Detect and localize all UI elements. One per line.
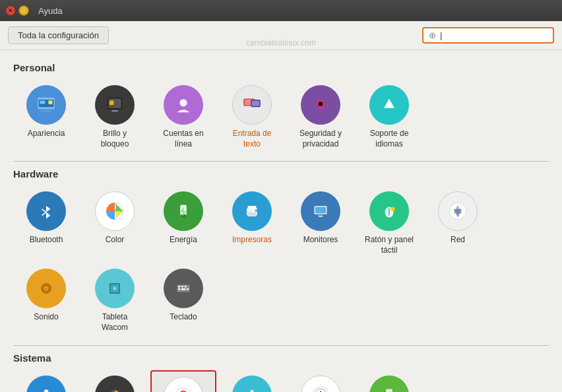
icon-circle-impresoras: [232, 191, 272, 231]
svg-point-49: [46, 288, 47, 289]
icon-item-cuentas-usuario[interactable]: Cuentas deusuario: [150, 370, 216, 392]
icon-circle-fecha: [301, 376, 340, 392]
titlebar: ✕ Ayuda: [0, 0, 562, 21]
icon-item-sonido[interactable]: Sonido: [13, 263, 79, 338]
icon-item-copias[interactable]: Copias deseguridad: [82, 370, 148, 392]
icon-item-color[interactable]: Color: [82, 186, 148, 261]
section-title-personal: Personal: [13, 62, 549, 73]
svg-point-33: [255, 210, 257, 212]
svg-point-53: [113, 287, 117, 290]
svg-point-4: [48, 100, 52, 104]
icon-label-tableta: TabletaWacom: [102, 312, 128, 333]
icon-circle-raton: [369, 191, 409, 231]
icon-circle-software: [369, 376, 409, 392]
icon-label-apariencia: Apariencia: [28, 129, 65, 139]
svg-rect-8: [111, 110, 118, 112]
icon-label-energia: Energía: [170, 235, 197, 245]
search-icon: ⊕: [429, 30, 436, 40]
content-area: PersonalAparienciaBrillo ybloqueoCuentas…: [0, 50, 562, 392]
icon-item-software[interactable]: Software yactualizacione: [356, 370, 422, 392]
icon-item-bluetooth[interactable]: Bluetooth: [13, 186, 79, 261]
icon-circle-brillo: [95, 85, 135, 125]
icon-label-color: Color: [106, 235, 125, 245]
icon-label-impresoras: Impresoras: [232, 235, 272, 245]
svg-rect-57: [181, 286, 183, 287]
icon-circle-cuentas-usuario: [164, 377, 203, 392]
icon-label-seguridad: Seguridad yprivacidad: [299, 129, 342, 149]
icon-label-monitores: Monitores: [303, 235, 338, 245]
icon-item-acceso[interactable]: Accesouniversal: [13, 370, 79, 392]
section-divider: [13, 345, 549, 346]
svg-rect-31: [248, 212, 257, 216]
icon-label-teclado: Teclado: [170, 312, 197, 323]
minimize-button[interactable]: [18, 5, 29, 16]
svg-rect-37: [319, 216, 323, 217]
icon-item-detalles[interactable]: Detalles: [219, 370, 285, 392]
icon-grid-personal: AparienciaBrillo ybloqueoCuentas enlínea…: [13, 80, 549, 154]
icon-circle-entrada: [232, 85, 272, 125]
icon-circle-color: [95, 191, 135, 231]
icon-label-sonido: Sonido: [34, 312, 58, 323]
svg-point-17: [319, 102, 323, 106]
icon-label-red: Red: [451, 235, 465, 245]
icon-item-soporte[interactable]: Soporte deidiomas: [356, 80, 422, 154]
icon-label-bluetooth: Bluetooth: [30, 235, 63, 245]
icon-circle-cuentas-linea: [164, 85, 203, 125]
section-title-hardware: Hardware: [13, 168, 549, 180]
svg-rect-59: [178, 288, 180, 290]
svg-rect-1: [41, 110, 51, 112]
svg-rect-56: [178, 286, 180, 287]
icon-circle-detalles: [232, 376, 272, 392]
icon-circle-apariencia: [26, 85, 66, 125]
svg-rect-14: [252, 101, 259, 106]
icon-item-cuentas-linea[interactable]: Cuentas enlínea: [150, 80, 216, 154]
svg-rect-32: [248, 206, 257, 209]
icon-label-entrada: Entrada detexto: [233, 129, 272, 149]
search-box: ⊕: [422, 27, 554, 44]
icon-item-raton[interactable]: Ratón y paneltáctil: [356, 186, 422, 261]
icon-circle-seguridad: [301, 85, 340, 125]
icon-item-energia[interactable]: Energía: [150, 186, 216, 261]
search-input[interactable]: [440, 30, 547, 40]
svg-rect-61: [187, 288, 189, 290]
icon-circle-copias: [95, 376, 135, 392]
icon-circle-acceso: [26, 376, 66, 392]
svg-rect-7: [109, 101, 113, 105]
icon-grid-hardware: BluetoothColorEnergíaImpresorasMonitores…: [13, 186, 549, 338]
icon-item-apariencia[interactable]: Apariencia: [13, 80, 79, 154]
svg-rect-87: [386, 389, 392, 392]
icon-item-tableta[interactable]: TabletaWacom: [82, 263, 148, 338]
icon-item-entrada[interactable]: Entrada detexto: [219, 80, 285, 154]
icon-label-brillo: Brillo ybloqueo: [101, 129, 129, 149]
svg-point-10: [179, 99, 187, 106]
icon-item-teclado[interactable]: Teclado: [150, 263, 216, 338]
section-divider: [13, 161, 549, 162]
icon-circle-tableta: [95, 269, 135, 308]
icon-circle-sonido: [26, 269, 66, 308]
icon-label-soporte: Soporte deidiomas: [370, 129, 409, 149]
titlebar-buttons: ✕: [5, 5, 29, 16]
svg-rect-58: [185, 286, 187, 287]
icon-item-red[interactable]: Red: [425, 186, 491, 261]
icon-item-seguridad[interactable]: Seguridad yprivacidad: [288, 80, 354, 154]
close-button[interactable]: ✕: [5, 5, 16, 16]
section-title-sistema: Sistema: [13, 352, 549, 364]
icon-circle-teclado: [164, 269, 203, 308]
icon-item-impresoras[interactable]: Impresoras: [219, 186, 285, 261]
icon-circle-monitores: [301, 191, 340, 231]
icon-label-cuentas-linea: Cuentas enlínea: [163, 129, 203, 149]
icon-circle-bluetooth: [26, 191, 66, 231]
toolbar: Toda la configuración ⊕: [0, 21, 562, 50]
icon-circle-soporte: [369, 85, 409, 125]
icon-grid-sistema: AccesouniversalCopias deseguridadCuentas…: [13, 370, 549, 392]
all-config-button[interactable]: Toda la configuración: [8, 26, 109, 44]
icon-label-raton: Ratón y paneltáctil: [365, 235, 414, 255]
icon-circle-energia: [164, 191, 203, 231]
icon-circle-red: [438, 191, 478, 231]
icon-item-monitores[interactable]: Monitores: [288, 186, 354, 261]
icon-item-brillo[interactable]: Brillo ybloqueo: [82, 80, 148, 154]
svg-rect-60: [181, 288, 185, 290]
svg-rect-3: [40, 101, 45, 104]
icon-item-fecha[interactable]: Fecha y hora: [288, 370, 354, 392]
window-title: Ayuda: [38, 6, 63, 16]
